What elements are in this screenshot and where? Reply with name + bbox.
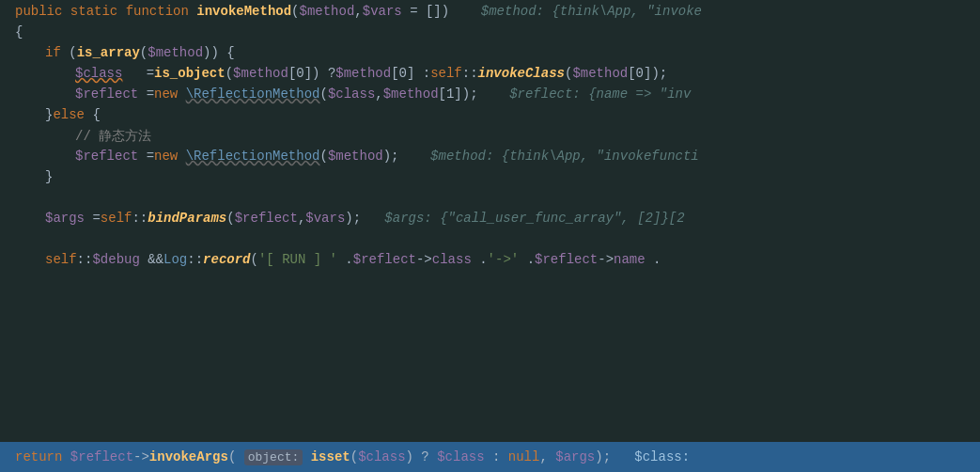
token-args-var: $args [45,211,85,226]
token-method-var: $method [300,4,355,19]
token-colon3: :: [77,252,93,267]
sb-hint-box: object: [244,449,303,465]
token-name-prop: name [614,252,646,267]
token-reflect5: $reflect [535,252,598,267]
code-line-2: { [0,24,980,45]
token-arrow2: -> [598,252,614,267]
token-paren7: ( [319,87,327,102]
token-hint-1: $method: {think\App, "invoke [449,4,702,19]
token-arrow1: -> [416,252,432,267]
token-invoke-class: invokeClass [478,66,565,81]
token-is-object: is_object [154,66,226,81]
sb-paren3: ) [406,449,413,464]
sb-ternary: ? [421,449,428,464]
token-method2: $method [148,45,203,60]
sb-paren2: ( [350,449,358,464]
token-bracket4: [1]); [439,87,478,102]
code-line-4: $class = is_object($method[0]) ? $method… [60,66,980,87]
token-paren12: ( [251,252,258,267]
sb-colon: : [492,449,500,464]
sb-invoke-args: invokeArgs [149,449,228,464]
sb-class-hint: $class: [634,449,690,464]
token-method6: $method [383,87,439,102]
token-string2: '->' [488,252,520,267]
code-line-9: } [30,169,980,190]
status-bar: return $reflect->invokeArgs( object: iss… [0,442,980,472]
token-eq2: = [147,66,154,81]
code-line-12 [0,231,980,252]
sb-paren1: ( [228,449,236,464]
token-colon4: :: [187,252,203,267]
token-eq1: = []) [410,4,449,19]
token-paren5: ( [226,66,233,81]
sb-arrow1: -> [133,449,149,464]
token-class-var: $class [75,66,122,81]
sb-isset: isset [311,449,350,464]
token-paren9: ); [383,149,399,164]
code-line-11: $args = self::bindParams($reflect, $vars… [30,211,980,231]
code-line-1: public static function invokeMethod($met… [0,4,980,24]
token-eq4: = [147,149,154,164]
token-comma3: , [298,211,305,226]
token-method4: $method [335,66,391,81]
token-paren2: ( [69,45,76,60]
token-class-prop: class [432,252,472,267]
token-method3: $method [233,66,288,81]
token-function: function [126,4,189,19]
sb-args: $args [555,449,595,464]
token-self1: self [430,66,462,81]
token-brace2: } [45,107,53,122]
token-reflect-var: $reflect [75,87,138,102]
token-paren4: )) { [203,45,235,60]
token-debug-var: $debug [92,252,139,267]
token-paren11: ); [345,211,361,226]
token-reflect4: $reflect [353,252,416,267]
code-line-13: self::$debug && Log::record('[ RUN ] ' .… [30,252,980,273]
token-public: public [15,4,62,19]
sb-class-var2: $class [437,449,484,464]
token-vars2: $vars [305,211,345,226]
token-new1: new [154,87,178,102]
code-line-6: } else { [30,107,980,128]
token-comment: // 静态方法 [75,128,151,145]
token-dot4: . [653,252,661,267]
token-eq3: = [147,87,154,102]
token-method5: $method [572,66,628,81]
token-paren10: ( [226,211,234,226]
token-dot3: . [527,252,535,267]
token-comma2: , [375,87,382,102]
token-and: && [148,252,163,267]
sb-comma: , [539,449,547,464]
token-reflect3: $reflect [235,211,298,226]
token-hint-2: $reflect: {name => "inv [478,87,692,102]
code-editor: public static function invokeMethod($met… [0,0,980,472]
token-bracket3: [0]); [628,66,667,81]
token-class-var2: $class [328,87,375,102]
sb-paren4: ); [595,449,611,464]
code-line-8: $reflect = new \ReflectionMethod($method… [60,149,980,169]
sb-null: null [508,449,540,464]
token-bracket1: [0]) ? [288,66,335,81]
token-paren8: ( [319,149,327,164]
code-line-7: // 静态方法 [60,128,980,149]
token-reflect2: $reflect [75,149,138,164]
token-colon2: :: [132,211,148,226]
token-is-array: is_array [77,45,140,60]
sb-reflect: $reflect [70,449,133,464]
code-line-10 [0,190,980,211]
token-paren6: ( [565,66,572,81]
token-hint-3: $method: {think\App, "invokefuncti [399,149,699,164]
token-brace-open: { [15,24,23,39]
token-else: else [53,107,85,122]
token-paren: ( [291,4,299,19]
token-static: static [70,4,117,19]
token-record-fn: record [203,252,250,267]
sb-class-var: $class [358,449,405,464]
token-log-class: Log [163,252,187,267]
token-colon1: :: [462,66,478,81]
token-dot1: . [345,252,352,267]
token-dot2: . [479,252,487,267]
token-brace4: } [45,169,53,184]
token-comma1: , [354,4,362,19]
token-hint-4: $args: {"call_user_func_array", [2]}[2 [361,211,684,226]
